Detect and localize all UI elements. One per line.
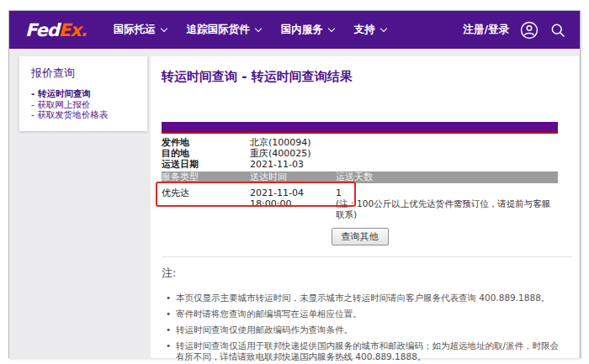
divider: [162, 256, 572, 257]
note-item: 寄件时请将您查询的邮编填写在运单相应位置。: [162, 309, 564, 319]
result-days: 1: [336, 187, 558, 198]
field-value: 重庆(400025): [250, 148, 311, 159]
main-panel: 转运时间查询 - 转运时间查询结果 发件地 北京(100094) 目的地 重庆(…: [151, 56, 579, 358]
content-area: 报价查询 转运时间查询 获取网上报价 获取发货地价格表 转运时间查询 - 转运时…: [9, 49, 580, 358]
sidebar-quote-query: 报价查询 转运时间查询 获取网上报价 获取发货地价格表: [19, 56, 147, 131]
logo-ex: Ex: [59, 20, 81, 40]
result-delivery-time: 2021-11-04 18:00:00: [250, 187, 336, 220]
sidebar-item-transit-time-query[interactable]: 转运时间查询: [31, 88, 141, 99]
chevron-down-icon: [327, 25, 334, 32]
field-label: 发件地: [162, 137, 250, 148]
logo-fed: Fed: [25, 20, 59, 40]
note-item: 本页仅显示主要城市转运时间，未显示城市之转运时间请向客户服务代表查询 400.8…: [162, 293, 564, 303]
notes-list: 本页仅显示主要城市转运时间，未显示城市之转运时间请向客户服务代表查询 400.8…: [162, 293, 564, 364]
col-delivery-time: 送达时间: [250, 171, 336, 183]
register-login-link[interactable]: 注册/登录: [463, 23, 509, 37]
nav-item-label: 支持: [354, 23, 375, 37]
note-item: 转运时间查询仅适用于联邦快递提供国内服务的城市和邮政编码；如为超远地址的取/派件…: [162, 340, 564, 362]
nav-item-label: 国际托运: [114, 23, 156, 37]
user-account-icon[interactable]: [520, 21, 539, 40]
page-frame: FedEx. 国际托运 追踪国际货件 国内服务 支持 注册/登录: [8, 10, 581, 358]
notes-heading: 注:: [162, 266, 579, 281]
top-nav: FedEx. 国际托运 追踪国际货件 国内服务 支持 注册/登录: [9, 11, 580, 49]
query-other-button[interactable]: 查询其他: [332, 228, 389, 245]
nav-item-label: 国内服务: [281, 23, 323, 37]
nav-item-international-shipping[interactable]: 国际托运: [114, 23, 167, 37]
sidebar-item-origin-rate-sheet[interactable]: 获取发货地价格表: [31, 109, 141, 120]
result-days-cell: 1 (注：100公斤以上优先达货件需预订位，请提前与客服联系): [336, 187, 558, 220]
field-label: 目的地: [162, 148, 250, 159]
table-row: 优先达 2021-11-04 18:00:00 1 (注：100公斤以上优先达货…: [162, 183, 558, 220]
result-days-note: (注：100公斤以上优先达货件需预订位，请提前与客服联系): [336, 198, 550, 219]
table-header-row: 服务类型 送达时间 运送天数: [162, 171, 558, 183]
chevron-down-icon: [160, 25, 167, 32]
search-icon[interactable]: [549, 22, 566, 39]
result-table: 发件地 北京(100094) 目的地 重庆(400025) 运送日期 2021-…: [162, 122, 558, 220]
chevron-down-icon: [379, 25, 386, 32]
sidebar-title: 报价查询: [31, 66, 141, 81]
chevron-down-icon: [254, 25, 261, 32]
nav-item-track-international[interactable]: 追踪国际货件: [187, 23, 261, 37]
field-ship-date: 运送日期 2021-11-03: [162, 159, 558, 170]
button-row: 查询其他: [162, 227, 558, 245]
nav-right: 注册/登录: [463, 21, 566, 40]
nav-item-domestic-services[interactable]: 国内服务: [281, 23, 334, 37]
note-item: 转运时间查询仅使用邮政编码作为查询条件。: [162, 324, 564, 335]
result-service: 优先达: [162, 187, 250, 220]
nav-item-label: 追踪国际货件: [187, 23, 250, 37]
sidebar-item-online-quote[interactable]: 获取网上报价: [31, 99, 141, 110]
logo-dot: .: [81, 20, 87, 40]
field-label: 运送日期: [162, 159, 250, 170]
field-value: 2021-11-03: [250, 159, 304, 170]
fedex-logo[interactable]: FedEx.: [25, 20, 87, 40]
col-service-type: 服务类型: [162, 171, 250, 183]
page-title: 转运时间查询 - 转运时间查询结果: [162, 69, 579, 85]
table-top-bar: [162, 122, 558, 132]
field-value: 北京(100094): [250, 137, 311, 148]
field-origin: 发件地 北京(100094): [162, 137, 558, 148]
field-destination: 目的地 重庆(400025): [162, 148, 558, 159]
nav-item-support[interactable]: 支持: [354, 23, 386, 37]
col-transit-days: 运送天数: [336, 171, 558, 183]
table-top-red-line: [162, 132, 558, 134]
nav-menu: 国际托运 追踪国际货件 国内服务 支持: [114, 23, 386, 37]
